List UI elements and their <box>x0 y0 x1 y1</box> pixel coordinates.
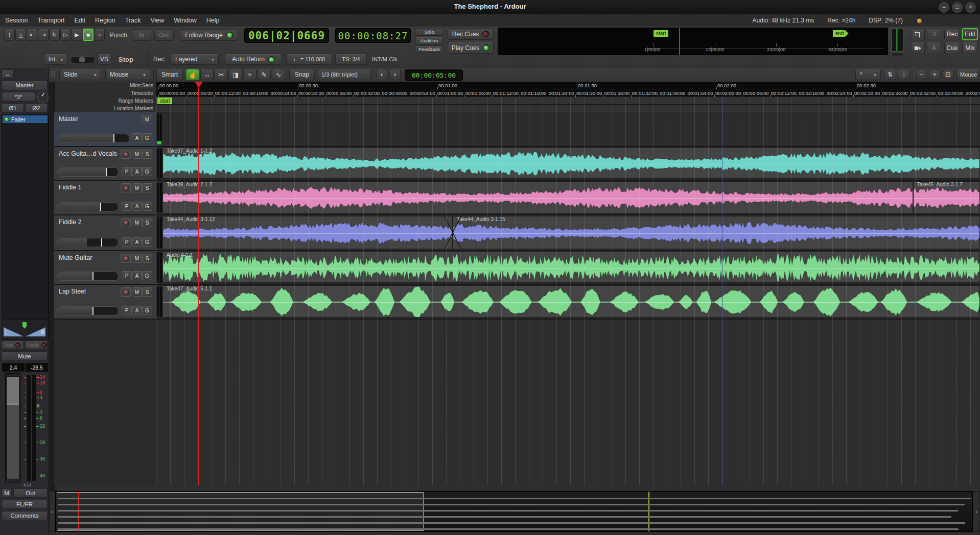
audition-tool-icon[interactable]: + <box>243 69 256 80</box>
track-rec-enable-button[interactable] <box>121 254 131 263</box>
scene-3-button[interactable]: 3 <box>927 28 941 40</box>
summary-scroll-left[interactable]: ‹ <box>49 491 55 532</box>
tempo-button[interactable]: ♩ = 110.000 <box>286 54 332 65</box>
audition-button[interactable]: Audition <box>415 37 444 44</box>
track-group-button[interactable]: G <box>142 133 152 142</box>
smart-mode-button[interactable]: Smart <box>156 69 183 80</box>
phase-1-button[interactable]: Ø1 <box>2 103 24 113</box>
track-header-fiddle-2[interactable]: Fiddle 2MSPAG <box>54 215 156 251</box>
audio-region[interactable]: Take44_Audio 3-1.15 <box>453 216 980 249</box>
track-header-mute-guitar[interactable]: Mute GuitarMSPAG <box>54 251 156 285</box>
cue-page-button[interactable]: Cue <box>944 42 960 54</box>
track-playlist-button[interactable]: P <box>122 237 132 247</box>
monitor-master-button[interactable]: Master <box>2 80 48 90</box>
mini-start-marker[interactable]: start <box>654 30 668 37</box>
track-automation-button[interactable]: A <box>132 167 142 176</box>
track-solo-button[interactable]: S <box>142 150 152 159</box>
record-mode-dropdown[interactable]: Layered <box>171 54 219 65</box>
track-rec-enable-button[interactable] <box>121 150 131 159</box>
track-gain-fader[interactable] <box>57 202 119 211</box>
track-header-fiddle-1[interactable]: Fiddle 1MSPAG <box>54 181 156 215</box>
track-mute-button[interactable]: M <box>132 150 142 159</box>
loop-button[interactable]: ↻ <box>49 29 60 41</box>
track-gain-fader[interactable] <box>57 134 130 143</box>
cut-tool-icon[interactable]: ✂ <box>215 69 228 80</box>
track-rec-enable-button[interactable] <box>121 183 131 192</box>
goto-start-button[interactable]: ⇤ <box>27 29 37 41</box>
track-group-button[interactable]: G <box>142 202 152 211</box>
ruler-row-1[interactable]: 00:00:00:0000:00:06:0000:00:12:0000:00:1… <box>156 89 980 97</box>
lock-button[interactable]: Lock <box>25 341 48 350</box>
marker-dropdown[interactable]: * <box>855 69 881 80</box>
meter-type-label[interactable]: K14 <box>24 482 31 488</box>
summary-scroll-right[interactable]: › <box>973 491 980 532</box>
vari-speed-button[interactable]: VS <box>97 54 111 65</box>
flfr-button[interactable]: FL/FR <box>2 500 48 509</box>
ruler-label-range-markers[interactable]: Range Markers <box>54 98 156 104</box>
track-group-button[interactable]: G <box>142 237 152 247</box>
track-playlist-button[interactable]: P <box>122 271 132 280</box>
feedback-button[interactable]: Feedback <box>415 45 444 53</box>
track-rec-enable-button[interactable] <box>121 218 131 227</box>
monitor-section-button[interactable] <box>911 42 925 54</box>
balance-control[interactable]: L R <box>2 321 49 340</box>
menu-track[interactable]: Track <box>125 17 141 24</box>
auto-return-button[interactable]: Auto Return <box>225 54 282 65</box>
track-lane-0[interactable] <box>156 112 980 147</box>
track-header-acc-guita-d-vocals[interactable]: Acc Guita…d VocalsMSPAG <box>54 147 156 181</box>
track-mute-button[interactable]: M <box>142 115 152 124</box>
zoom-in-icon[interactable]: + <box>929 69 941 80</box>
mute-button[interactable]: Mute <box>2 351 48 361</box>
track-mute-button[interactable]: M <box>132 183 142 192</box>
track-mute-button[interactable]: M <box>132 254 142 263</box>
iso-button[interactable]: Iso <box>2 341 24 350</box>
primary-clock[interactable]: 006|02|0669 <box>244 28 329 43</box>
recorder-page-button[interactable]: Rec <box>944 28 960 40</box>
session-summary[interactable] <box>55 491 973 532</box>
monitor-out-button[interactable]: Out <box>13 489 48 498</box>
start-range-marker[interactable]: start <box>157 98 172 104</box>
track-playlist-button[interactable]: P <box>122 202 132 211</box>
menu-edit[interactable]: Edit <box>75 17 86 24</box>
secondary-clock[interactable]: 00:00:08:27 <box>335 28 411 43</box>
shuttle-control[interactable] <box>71 56 95 63</box>
mini-timeline[interactable]: 1|00|0012|00|0023|00|0034|00|00startend <box>498 28 888 55</box>
track-gain-fader[interactable] <box>57 272 119 281</box>
zoom-focus-dropdown[interactable]: Mouse <box>956 69 979 80</box>
track-name[interactable]: Fiddle 2 <box>59 218 81 226</box>
menu-session[interactable]: Session <box>5 17 28 24</box>
track-automation-button[interactable]: A <box>132 202 142 211</box>
phase-2-button[interactable]: Ø2 <box>25 103 48 113</box>
monitor-mono-button[interactable]: M <box>2 489 12 498</box>
range-tool-icon[interactable]: ↔ <box>200 69 214 80</box>
peak-value[interactable]: -28.5 <box>25 362 49 372</box>
track-solo-button[interactable]: S <box>142 254 152 263</box>
audio-region[interactable]: Take45_Audio 3-1.7 <box>913 181 980 213</box>
draw-tool-icon[interactable]: ✎ <box>258 69 271 80</box>
menu-view[interactable]: View <box>150 17 164 24</box>
track-name[interactable]: Lap Steel <box>59 288 86 295</box>
nudge-clock[interactable]: 00:00:05:00 <box>405 69 463 81</box>
ruler-row-2[interactable]: start <box>156 97 980 105</box>
track-lane-4[interactable]: Audio 4-1.1 <box>156 251 980 285</box>
scene-4-button[interactable]: 4 <box>927 42 941 54</box>
audio-region[interactable]: Audio 4-1.1 <box>162 252 980 283</box>
track-solo-button[interactable]: S <box>142 287 152 297</box>
midi-panic-button[interactable]: ! <box>4 29 15 41</box>
balance-handle-icon[interactable] <box>22 322 27 329</box>
punch-out-button[interactable]: Out <box>154 29 174 41</box>
monitor-knob[interactable] <box>37 91 49 103</box>
playhead-marker-icon[interactable] <box>195 82 203 88</box>
metronome-button[interactable]: △ <box>15 29 26 41</box>
menu-window[interactable]: Window <box>174 17 196 24</box>
selection-tool-button[interactable] <box>911 28 925 40</box>
track-name[interactable]: Acc Guita…d Vocals <box>59 150 117 157</box>
ruler-label-location-markers[interactable]: Location Markers <box>54 106 156 111</box>
track-mute-button[interactable]: M <box>132 218 142 227</box>
audio-region[interactable]: Take47_Audio 5-1.1 <box>162 285 980 318</box>
monitor-dim-button[interactable]: *3* <box>2 92 35 102</box>
track-header-master[interactable]: MasterMAG <box>54 112 156 147</box>
goto-end-button[interactable]: ⇥ <box>38 29 49 41</box>
snap-button[interactable]: Snap <box>289 69 315 80</box>
nudge-back-button[interactable]: ‹ <box>376 69 387 80</box>
